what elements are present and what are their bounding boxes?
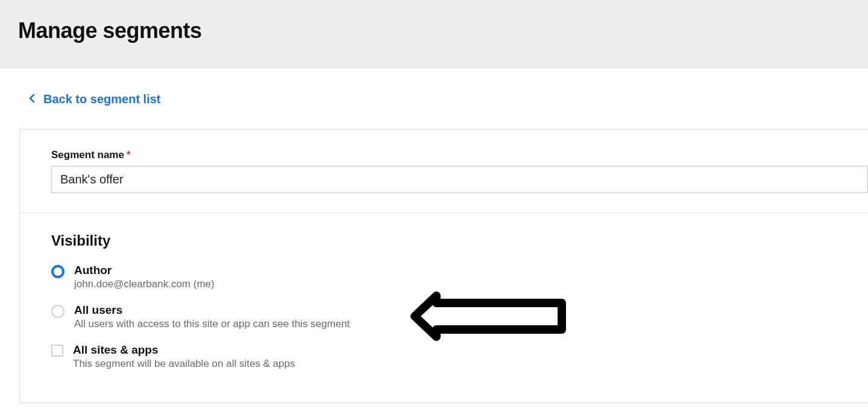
option-text-all-users: All users All users with access to this … [74, 304, 350, 330]
visibility-option-all-users[interactable]: All users All users with access to this … [51, 304, 868, 330]
page-header: Manage segments [0, 0, 868, 68]
segment-name-section: Segment name* [20, 130, 868, 213]
back-link-label: Back to segment list [43, 92, 161, 106]
radio-author[interactable] [51, 265, 64, 278]
back-to-list-link[interactable]: Back to segment list [29, 92, 161, 106]
segment-name-label: Segment name* [51, 149, 868, 161]
author-description: john.doe@clearbank.com (me) [74, 278, 215, 290]
all-users-description: All users with access to this site or ap… [74, 318, 350, 330]
visibility-section: Visibility Author john.doe@clearbank.com… [20, 213, 868, 403]
chevron-left-icon [29, 94, 35, 105]
radio-all-users[interactable] [51, 305, 64, 318]
author-label: Author [74, 264, 215, 277]
required-indicator: * [127, 149, 131, 161]
page-title: Manage segments [18, 18, 850, 43]
visibility-option-all-sites[interactable]: All sites & apps This segment will be av… [51, 343, 868, 370]
form-panel: Segment name* Visibility Author john.doe… [19, 129, 868, 403]
all-sites-label: All sites & apps [73, 343, 295, 357]
all-users-label: All users [74, 304, 350, 317]
content-area: Back to segment list Segment name* Visib… [0, 68, 868, 403]
visibility-option-author[interactable]: Author john.doe@clearbank.com (me) [51, 264, 868, 290]
checkbox-all-sites[interactable] [51, 345, 63, 357]
visibility-heading: Visibility [51, 232, 868, 249]
all-sites-description: This segment will be available on all si… [73, 358, 295, 370]
option-text-author: Author john.doe@clearbank.com (me) [74, 264, 215, 290]
segment-name-input[interactable] [51, 166, 868, 193]
segment-name-label-text: Segment name [51, 149, 124, 161]
option-text-all-sites: All sites & apps This segment will be av… [73, 343, 295, 370]
